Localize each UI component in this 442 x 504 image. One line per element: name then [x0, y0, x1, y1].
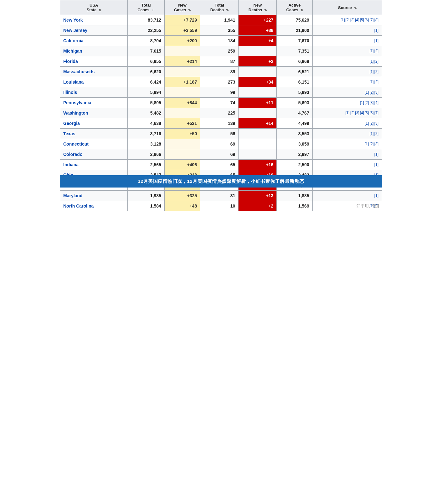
table-row: Louisiana6,424+1,187273+346,151[1][2] [60, 77, 382, 87]
col-new-deaths[interactable]: NewDeaths ⇅ [239, 0, 277, 15]
cell-active-cases: 3,059 [277, 139, 312, 149]
sort-icon-new-cases[interactable]: ⇅ [188, 8, 191, 12]
cell-total-deaths: 69 [200, 139, 239, 149]
source-link[interactable]: [1] [374, 193, 378, 198]
source-link[interactable]: [8] [374, 18, 378, 22]
source-link[interactable]: [1] [369, 59, 373, 64]
cell-active-cases: 5,693 [277, 98, 312, 108]
cell-source: [1][2] [312, 77, 382, 87]
source-link[interactable]: [2] [374, 80, 378, 84]
cell-new-deaths [239, 149, 277, 160]
source-link[interactable]: [1] [365, 142, 369, 146]
source-link[interactable]: [5] [365, 111, 369, 115]
sort-icon-state[interactable]: ⇅ [99, 8, 101, 12]
col-state[interactable]: USAState ⇅ [60, 0, 128, 15]
source-link[interactable]: [2] [374, 59, 378, 64]
source-link[interactable]: [2] [374, 69, 378, 74]
source-link[interactable]: [1] [374, 162, 378, 167]
source-link[interactable]: [1] [369, 131, 373, 136]
cell-new-deaths [239, 67, 277, 77]
source-link[interactable]: [1] [374, 39, 378, 43]
table-row: North Carolina1,584+4810+21,569[1][2] [60, 201, 382, 211]
cell-new-deaths: +2 [239, 56, 277, 67]
cell-new-deaths: +4 [239, 36, 277, 46]
table-row: Pennsylvania5,805+84474+115,693[1][2][3]… [60, 98, 382, 108]
source-link[interactable]: [2] [369, 90, 373, 95]
cell-total-cases: 1,584 [128, 201, 164, 211]
cell-active-cases: 2,897 [277, 149, 312, 160]
promo-banner[interactable]: 12月美国疫情热门况，12月美国疫情热点深度解析，小红书带你了解最新动态 [60, 175, 382, 188]
source-link[interactable]: [1] [365, 90, 369, 95]
source-link[interactable]: [7] [374, 111, 378, 115]
col-new-cases[interactable]: NewCases ⇅ [164, 0, 200, 15]
sort-icon-source[interactable]: ⇅ [354, 6, 357, 10]
source-link[interactable]: [1] [341, 18, 345, 22]
source-link[interactable]: [5] [360, 18, 364, 22]
table-row: New Jersey22,255+3,559355+8821,900[1] [60, 25, 382, 36]
source-link[interactable]: [3] [350, 18, 354, 22]
source-link[interactable]: [2] [369, 142, 373, 146]
source-link[interactable]: [2] [365, 100, 369, 105]
cell-total-cases: 2,966 [128, 149, 164, 160]
source-link[interactable]: [1] [360, 100, 364, 105]
source-link[interactable]: [3] [374, 90, 378, 95]
source-link[interactable]: [7] [369, 18, 373, 22]
cell-new-cases: +325 [164, 191, 200, 201]
cell-active-cases: 3,553 [277, 129, 312, 139]
cell-active-cases: 6,151 [277, 77, 312, 87]
source-link[interactable]: [3] [374, 142, 378, 146]
source-link[interactable]: [6] [365, 18, 369, 22]
col-total-deaths[interactable]: TotalDeaths ⇅ [200, 0, 239, 15]
cell-total-deaths: 99 [200, 87, 239, 98]
cell-state: California [60, 36, 128, 46]
sort-icon-total-cases[interactable]: ↓↑ [152, 8, 155, 12]
source-link[interactable]: [1] [374, 152, 378, 157]
cell-new-cases: +214 [164, 56, 200, 67]
col-active-cases[interactable]: ActiveCases ⇅ [277, 0, 312, 15]
cell-total-deaths: 89 [200, 67, 239, 77]
cell-total-deaths: 56 [200, 129, 239, 139]
cell-new-cases: +1,187 [164, 77, 200, 87]
source-link[interactable]: [1] [346, 111, 350, 115]
source-link[interactable]: [2] [374, 204, 378, 208]
cell-new-deaths: +34 [239, 77, 277, 87]
cell-source: [1][2] [312, 67, 382, 77]
source-link[interactable]: [1] [374, 28, 378, 33]
cell-new-cases: +844 [164, 98, 200, 108]
source-link[interactable]: [4] [360, 111, 364, 115]
source-link[interactable]: [4] [355, 18, 359, 22]
table-row: Colorado2,966692,897[1] [60, 149, 382, 160]
cell-new-deaths [239, 129, 277, 139]
source-link[interactable]: [2] [350, 111, 354, 115]
cell-total-cases: 5,482 [128, 108, 164, 118]
source-link[interactable]: [1] [369, 204, 373, 208]
cell-new-deaths: +2 [239, 201, 277, 211]
col-total-cases[interactable]: TotalCases ↓↑ [128, 0, 164, 15]
table-row: Michigan7,6152597,351[1][2] [60, 46, 382, 56]
source-link[interactable]: [3] [369, 100, 373, 105]
sort-icon-total-deaths[interactable]: ⇅ [226, 8, 229, 12]
source-link[interactable]: [2] [346, 18, 350, 22]
source-link[interactable]: [2] [374, 49, 378, 53]
source-link[interactable]: [1] [365, 121, 369, 126]
source-link[interactable]: [1] [369, 69, 373, 74]
cell-total-deaths: 259 [200, 46, 239, 56]
source-link[interactable]: [2] [369, 121, 373, 126]
sort-icon-active-cases[interactable]: ⇅ [301, 8, 303, 12]
source-link[interactable]: [3] [355, 111, 359, 115]
source-link[interactable]: [6] [369, 111, 373, 115]
cell-total-cases: 6,424 [128, 77, 164, 87]
cell-state: Texas [60, 129, 128, 139]
source-link[interactable]: [3] [374, 121, 378, 126]
table-container: USAState ⇅ TotalCases ↓↑ NewCases ⇅ Tota… [60, 0, 382, 211]
cell-new-cases: +521 [164, 118, 200, 129]
source-link[interactable]: [1] [369, 80, 373, 84]
source-link[interactable]: [4] [374, 100, 378, 105]
table-row: Washington5,4822254,767[1][2][3][4][5][6… [60, 108, 382, 118]
source-link[interactable]: [1] [369, 49, 373, 53]
table-row: Florida6,955+21487+26,868[1][2] [60, 56, 382, 67]
source-link[interactable]: [2] [374, 131, 378, 136]
cell-new-deaths [239, 46, 277, 56]
col-source[interactable]: Source ⇅ [312, 0, 382, 15]
sort-icon-new-deaths[interactable]: ⇅ [264, 8, 267, 12]
